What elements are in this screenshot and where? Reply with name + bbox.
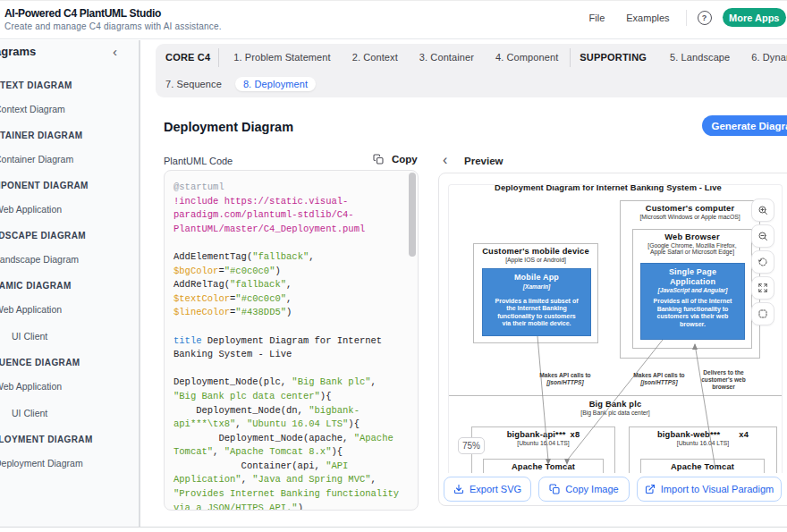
more-apps-button[interactable]: More Apps	[723, 8, 786, 27]
pane-headers: PlantUML Code Copy ‹ Preview	[164, 154, 787, 168]
menu-file[interactable]: File	[589, 13, 605, 23]
code-line: api***\tx8", "Ubuntu 16.04 LTS"){	[173, 418, 409, 432]
tab-5-landscape[interactable]: 5. Landscape	[659, 50, 740, 64]
code-line: PlantUML/master/C4_Deployment.puml	[173, 223, 409, 237]
sidebar-item[interactable]: UI Client	[12, 409, 139, 418]
code-line: Deployment_Node(dn, "bigbank-	[173, 404, 409, 418]
code-line	[173, 362, 409, 376]
tab-group-label: SUPPORTING	[574, 52, 659, 63]
sidebar-section-heading: LANDSCAPE DIAGRAM	[0, 232, 139, 241]
sidebar-title: Diagrams	[0, 45, 36, 58]
code-line: $bgColor="#c0c0c0")	[173, 265, 409, 279]
diagram-edges	[449, 185, 783, 473]
tab-group-label: CORE C4	[165, 52, 210, 63]
tab-bar: CORE C41. Problem Statement2. Context3. …	[156, 44, 787, 97]
code-line: $lineColor="#438DD5")	[173, 306, 409, 320]
preview-panel: Deployment Diagram for Internet Banking …	[438, 173, 787, 506]
sidebar-item[interactable]: Web Application	[0, 305, 139, 314]
edge-label-2: Makes API calls to [json/HTTPS]	[630, 372, 688, 386]
code-line: "Big Bank plc data center"){	[173, 390, 409, 404]
copy-label: Copy	[392, 154, 418, 165]
page-title: Deployment Diagram	[164, 120, 293, 134]
sidebar-item[interactable]: Landscape Diagram	[0, 255, 139, 264]
sidebar-list: CONTEXT DIAGRAMContext DiagramCONTAINER …	[0, 81, 139, 486]
sidebar-item[interactable]: Deployment Diagram	[0, 459, 139, 468]
app-subtitle: Create and manage C4 diagrams with AI as…	[4, 21, 222, 31]
code-line: title Deployment Diagram for Internet	[173, 334, 409, 349]
import-to-visual-paradigm-button[interactable]: Import to Visual Paradigm	[637, 477, 782, 502]
generate-diagram-button[interactable]: Generate Diagram	[702, 115, 787, 136]
sidebar-section-heading: DEPLOYMENT DIAGRAM	[0, 435, 139, 444]
sidebar-section-heading: DYNAMIC DIAGRAM	[0, 282, 139, 291]
header-menu: File Examples ? More Apps	[589, 1, 786, 34]
sidebar-item[interactable]: Web Application	[0, 382, 139, 391]
download-icon	[453, 484, 464, 494]
tab-7-sequence[interactable]: 7. Sequence	[165, 77, 233, 91]
tab-6-dynamic[interactable]: 6. Dynamic	[740, 50, 787, 64]
tab-2-context[interactable]: 2. Context	[342, 50, 409, 64]
tab-3-container[interactable]: 3. Container	[409, 50, 485, 64]
copy-icon	[373, 154, 384, 165]
app-title: AI-Powered C4 PlantUML Studio	[4, 7, 161, 20]
external-link-icon	[645, 484, 656, 494]
edge-label-1: Makes API calls to [json/HTTPS]	[537, 372, 594, 386]
sidebar-item[interactable]: Web Application	[0, 205, 139, 214]
edge-label-3: Delivers to the customer's web browser	[695, 369, 752, 392]
tab-8-deployment[interactable]: 8. Deployment	[235, 77, 316, 91]
plantuml-code[interactable]: @startuml!include https://static.visual-…	[165, 171, 418, 511]
sidebar-collapse-icon[interactable]: ‹	[113, 44, 117, 59]
copy-image-button[interactable]: Copy Image	[538, 477, 630, 502]
code-line: Container(api, "API	[173, 460, 409, 474]
tab-4-component[interactable]: 4. Component	[485, 50, 569, 64]
app-window: AI-Powered C4 PlantUML Studio Create and…	[0, 0, 787, 528]
code-line: paradigm.com/plantuml-stdlib/C4-	[173, 208, 409, 223]
tab-row-2: 7. Sequence8. Deployment	[165, 74, 787, 94]
code-line: @startuml	[173, 181, 409, 195]
code-line	[173, 236, 409, 250]
sidebar-section-heading: CONTAINER DIAGRAM	[0, 131, 139, 140]
tab-row-1: CORE C41. Problem Statement2. Context3. …	[165, 47, 787, 67]
tab-group-divider	[570, 48, 571, 67]
code-pane-label: PlantUML Code	[164, 156, 233, 166]
export-svg-button[interactable]: Export SVG	[444, 477, 531, 502]
diagram-canvas[interactable]: Deployment Diagram for Internet Banking …	[448, 184, 783, 473]
sidebar-item[interactable]: Context Diagram	[0, 105, 139, 114]
sidebar-item[interactable]: Container Diagram	[0, 155, 139, 164]
code-line: !include https://static.visual-	[173, 195, 409, 209]
code-line: Deployment_Node(apache, "Apache	[173, 432, 409, 446]
screen: AI-Powered C4 PlantUML Studio Create and…	[0, 0, 787, 532]
sidebar-section-heading: SEQUENCE DIAGRAM	[0, 359, 139, 367]
code-line: "Provides Internet Banking functionality	[173, 487, 409, 502]
code-line: via a JSON/HTTPS API.")	[173, 502, 409, 511]
code-line: Tomcat", "Apache Tomcat 8.x"){	[173, 445, 409, 460]
tab-1-problem-statement[interactable]: 1. Problem Statement	[223, 50, 341, 64]
app-header: AI-Powered C4 PlantUML Studio Create and…	[0, 1, 787, 39]
sidebar-section-heading: CONTEXT DIAGRAM	[0, 81, 139, 90]
code-line: Application", "Java and Spring MVC",	[173, 473, 409, 487]
copy-code-button[interactable]: Copy	[373, 154, 418, 165]
help-icon[interactable]: ?	[698, 11, 712, 25]
code-line: $textColor="#c0c0c0",	[173, 292, 409, 307]
code-line: AddRelTag("fallback",	[173, 278, 409, 292]
code-line	[173, 320, 409, 334]
tab-group-divider	[218, 48, 219, 67]
sidebar-item[interactable]: UI Client	[12, 332, 139, 341]
code-line: AddElementTag("fallback",	[173, 250, 409, 265]
header-divider	[686, 10, 687, 26]
code-scrollbar[interactable]	[409, 173, 416, 257]
preview-actions: Export SVGCopy ImageImport to Visual Par…	[439, 477, 787, 502]
code-line: Banking System - Live	[173, 348, 409, 362]
copy-icon	[549, 484, 560, 494]
code-line: Deployment_Node(plc, "Big Bank plc",	[173, 376, 409, 390]
menu-examples[interactable]: Examples	[626, 13, 669, 23]
sidebar: Diagrams ‹ CONTEXT DIAGRAMContext Diagra…	[0, 40, 140, 528]
collapse-preview-icon[interactable]: ‹	[443, 152, 447, 168]
main-area: CORE C41. Problem Statement2. Context3. …	[140, 40, 787, 527]
sidebar-section-heading: COMPONENT DIAGRAM	[0, 182, 139, 190]
preview-pane-label: Preview	[464, 156, 503, 166]
code-editor-panel[interactable]: @startuml!include https://static.visual-…	[164, 170, 419, 511]
